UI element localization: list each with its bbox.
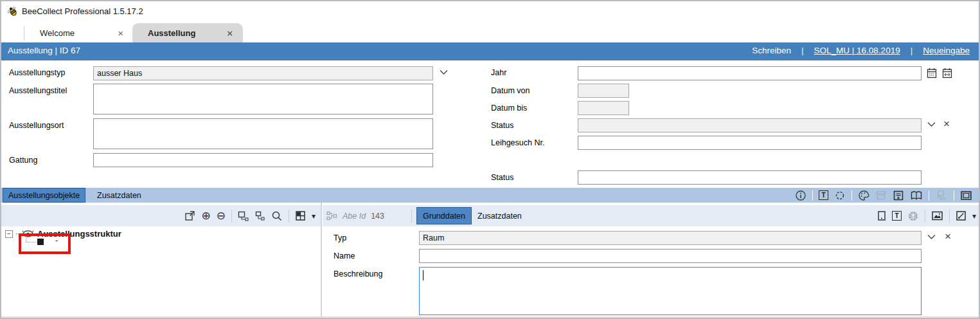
datum-bis-field[interactable] bbox=[578, 101, 629, 115]
edit-dropdown-icon[interactable]: ▾ bbox=[972, 212, 976, 220]
gattung-label: Gattung bbox=[9, 156, 37, 165]
tab-welcome-close-icon[interactable]: × bbox=[118, 28, 123, 39]
edit-box-icon[interactable] bbox=[956, 210, 967, 221]
user-date-link[interactable]: SOL_MU | 16.08.2019 bbox=[814, 46, 900, 55]
icon-separator bbox=[411, 210, 412, 223]
calendar-range-icon[interactable] bbox=[942, 68, 952, 78]
window-bottom-edge bbox=[1, 316, 979, 319]
section-tab-strip: Ausstellungsobjekte Zusatzdaten T bbox=[1, 188, 979, 203]
header-separator: | bbox=[911, 46, 913, 55]
beschreibung-field[interactable] bbox=[419, 267, 922, 315]
tab-welcome[interactable]: Welcome × bbox=[24, 23, 132, 42]
collapse-all-icon[interactable]: ⊖ bbox=[217, 210, 226, 221]
svg-text:abc: abc bbox=[939, 196, 947, 201]
filmstrip-icon[interactable] bbox=[960, 190, 972, 201]
expand-all-icon[interactable]: ⊕ bbox=[201, 210, 210, 221]
neueingabe-link[interactable]: Neueingabe bbox=[923, 46, 970, 55]
icon-separator bbox=[851, 190, 852, 201]
leihgesuch-label: Leihgesuch Nr. bbox=[491, 138, 544, 147]
record-header: Ausstellung | ID 67 Schreiben | SOL_MU |… bbox=[1, 42, 979, 60]
list-report-icon[interactable] bbox=[893, 190, 904, 201]
calendar-icon[interactable] bbox=[927, 68, 937, 78]
detail-tab-zusatzdaten[interactable]: Zusatzdaten bbox=[472, 207, 528, 224]
record-title: Ausstellung | ID 67 bbox=[8, 46, 80, 55]
section-tab-ausstellungsobjekte[interactable]: Ausstellungsobjekte bbox=[3, 188, 85, 203]
detail-tab-label: Grunddaten bbox=[423, 212, 465, 221]
status-label: Status bbox=[491, 121, 513, 130]
detail-toolbar-icons: T ▾ bbox=[877, 205, 976, 226]
ausstellungstyp-field[interactable] bbox=[93, 66, 433, 80]
icon-separator bbox=[231, 210, 232, 223]
icon-separator bbox=[812, 190, 813, 201]
tab-ausstellung-label: Ausstellung bbox=[148, 28, 195, 38]
search-icon[interactable] bbox=[271, 210, 283, 222]
status-chevron-down-icon[interactable] bbox=[927, 121, 936, 128]
detail-tabs: Grunddaten Zusatzdaten bbox=[416, 207, 528, 224]
window-title: BeeCollect Professional 1.5.17.2 bbox=[22, 6, 143, 16]
tree-structure-icon[interactable] bbox=[238, 211, 249, 221]
info-icon[interactable] bbox=[795, 190, 806, 201]
ausstellungstyp-label: Ausstellungstyp bbox=[9, 68, 66, 77]
palette-icon[interactable] bbox=[858, 190, 869, 201]
ausstellungstitel-label: Ausstellungstitel bbox=[9, 86, 67, 95]
spellcheck-icon[interactable]: abc bbox=[935, 189, 948, 201]
crosshair-icon[interactable] bbox=[834, 190, 846, 201]
header-separator: | bbox=[801, 46, 804, 55]
typ-chevron-down-icon[interactable] bbox=[927, 233, 936, 241]
app-window: BeeCollect Professional 1.5.17.2 Welcome… bbox=[0, 0, 980, 319]
status-field[interactable] bbox=[578, 118, 922, 132]
typ-clear-icon[interactable]: × bbox=[945, 231, 951, 242]
gattung-field[interactable] bbox=[93, 153, 433, 167]
tree-structure-small-icon[interactable] bbox=[254, 211, 265, 221]
typ-field[interactable] bbox=[419, 231, 922, 245]
typ-label: Typ bbox=[334, 233, 346, 242]
datum-von-field[interactable] bbox=[578, 84, 629, 98]
tab-welcome-label: Welcome bbox=[40, 28, 75, 38]
section-tab-zusatzdaten[interactable]: Zusatzdaten bbox=[92, 188, 147, 203]
detail-panel: Typ × Name Beschreibung bbox=[323, 226, 980, 316]
open-external-icon[interactable] bbox=[184, 210, 195, 221]
layout-grid-icon[interactable] bbox=[295, 210, 306, 221]
ausstellungstyp-chevron-down-icon[interactable] bbox=[439, 69, 449, 76]
tree-collapse-icon[interactable]: − bbox=[5, 230, 13, 238]
icon-separator bbox=[949, 210, 950, 223]
icon-separator bbox=[954, 190, 954, 201]
ref-id-value: 143 bbox=[371, 212, 384, 221]
ausstellungstitel-field[interactable] bbox=[93, 84, 433, 114]
detail-tab-grunddaten[interactable]: Grunddaten bbox=[416, 207, 472, 224]
datum-bis-label: Datum bis bbox=[491, 104, 527, 113]
status-clear-icon[interactable]: × bbox=[943, 118, 950, 129]
page-icon[interactable] bbox=[877, 210, 886, 221]
icon-separator bbox=[929, 190, 929, 201]
detail-tab-label: Zusatzdaten bbox=[477, 212, 522, 221]
text-tool-icon[interactable]: T bbox=[892, 211, 902, 221]
text-tool-icon[interactable]: T bbox=[819, 190, 828, 200]
tab-ausstellung[interactable]: Ausstellung × bbox=[132, 23, 243, 42]
name-label: Name bbox=[334, 251, 355, 260]
tree-toolbar-icons: ⊕ ⊖ ▾ bbox=[184, 205, 316, 226]
section-tab-label: Ausstellungsobjekte bbox=[8, 191, 80, 200]
tree-toolbar: ⊕ ⊖ ▾ bbox=[1, 205, 321, 226]
leihgesuch-field[interactable] bbox=[578, 136, 922, 150]
image-icon[interactable] bbox=[931, 210, 943, 221]
layout-dropdown-icon[interactable]: ▾ bbox=[312, 212, 316, 220]
icon-separator bbox=[289, 210, 289, 223]
archive-box-icon[interactable] bbox=[875, 190, 887, 201]
section-tab-label: Zusatzdaten bbox=[97, 191, 141, 200]
detail-toolbar: Abe Id 143 Grunddaten Zusatzdaten T bbox=[323, 205, 980, 226]
status2-field[interactable] bbox=[578, 170, 922, 185]
tab-ausstellung-close-icon[interactable]: × bbox=[227, 28, 233, 39]
ausstellungsort-label: Ausstellungsort bbox=[9, 121, 64, 130]
document-tab-bar: Welcome × Ausstellung × bbox=[1, 22, 979, 42]
title-bar: BeeCollect Professional 1.5.17.2 bbox=[1, 1, 979, 22]
record-ref: Abe Id 143 bbox=[326, 205, 384, 226]
book-icon[interactable] bbox=[910, 190, 923, 201]
globe-icon[interactable] bbox=[907, 210, 919, 222]
tree-panel: − Ausstellungsstruktur - bbox=[1, 226, 321, 316]
jahr-label: Jahr bbox=[491, 68, 506, 77]
node-link-icon bbox=[326, 211, 337, 221]
name-field[interactable] bbox=[419, 249, 922, 263]
ausstellungsort-field[interactable] bbox=[93, 118, 433, 149]
jahr-field[interactable] bbox=[578, 66, 922, 80]
panel-divider[interactable] bbox=[321, 203, 322, 316]
